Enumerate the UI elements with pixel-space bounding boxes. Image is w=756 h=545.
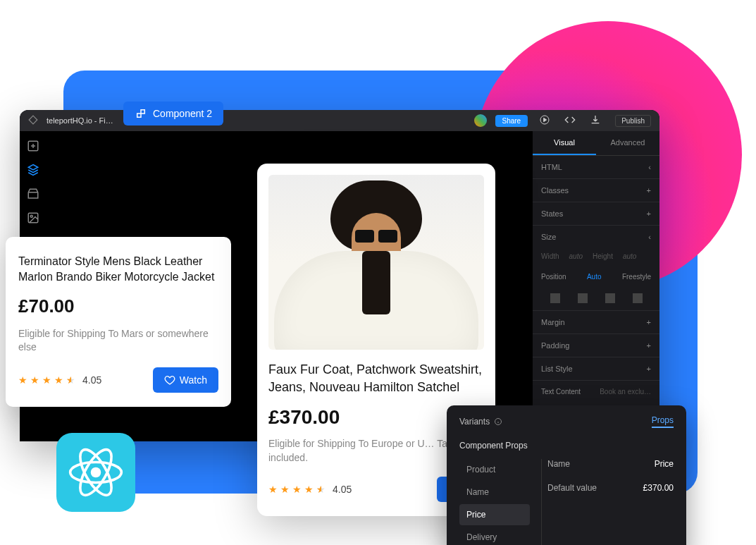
star-icon: ★	[292, 484, 302, 495]
star-icon: ★	[30, 374, 39, 386]
align-left-icon[interactable]	[550, 293, 560, 303]
plus-icon[interactable]: +	[647, 209, 651, 218]
watch-button[interactable]: Watch	[153, 367, 218, 393]
inspector-panel: Visual Advanced HTML ‹ Classes + States …	[533, 131, 659, 441]
star-icon: ★	[42, 374, 51, 386]
code-icon[interactable]	[562, 114, 578, 127]
tab-visual[interactable]: Visual	[533, 131, 596, 155]
align-center-icon[interactable]	[578, 293, 588, 303]
star-icon: ★	[54, 374, 63, 386]
tab-props[interactable]: Props	[652, 415, 674, 428]
star-half-icon: ★	[66, 374, 75, 386]
prop-item-name[interactable]: Name	[459, 482, 530, 503]
chevron-left-icon: ‹	[648, 233, 651, 241]
rating-value: 4.05	[333, 484, 352, 495]
props-panel: Variants Props Component Props Product N…	[447, 405, 686, 545]
publish-button[interactable]: Publish	[615, 115, 651, 127]
product-name: Terminator Style Mens Black Leather Marl…	[18, 254, 218, 286]
project-title[interactable]: teleportHQ.io - Fi…	[47, 116, 113, 125]
plus-icon[interactable]: +	[647, 365, 651, 373]
product-price: £70.00	[18, 295, 218, 317]
section-position: Position Auto Freestyle	[533, 267, 659, 286]
section-padding[interactable]: Padding +	[533, 334, 659, 357]
section-classes[interactable]: Classes +	[533, 179, 659, 202]
assets-icon[interactable]	[27, 188, 39, 202]
width-value[interactable]: auto	[569, 252, 583, 260]
product-image	[268, 175, 484, 350]
share-button[interactable]: Share	[495, 115, 528, 127]
field-name-value[interactable]: Price	[655, 459, 674, 469]
app-logo-icon	[28, 115, 38, 126]
position-freestyle[interactable]: Freestyle	[622, 273, 651, 281]
tab-advanced[interactable]: Advanced	[596, 131, 659, 155]
align-row	[533, 286, 659, 311]
product-card-left: Terminator Style Mens Black Leather Marl…	[6, 237, 231, 407]
star-icon: ★	[280, 484, 290, 495]
align-justify-icon[interactable]	[633, 293, 643, 303]
svg-point-3	[30, 215, 32, 217]
props-list: Product Name Price Delivery	[459, 459, 530, 545]
section-html[interactable]: HTML ‹	[533, 156, 659, 179]
star-icon: ★	[304, 484, 314, 495]
field-name-label: Name	[547, 459, 570, 469]
image-icon[interactable]	[27, 212, 39, 226]
plus-icon[interactable]: +	[647, 186, 651, 195]
titlebar: teleportHQ.io - Fi… − 38% + Share Publis…	[20, 110, 659, 131]
heart-icon	[164, 374, 175, 386]
prop-item-price[interactable]: Price	[459, 504, 530, 525]
avatar[interactable]	[474, 114, 487, 127]
section-size[interactable]: Size ‹	[533, 226, 659, 248]
product-name: Faux Fur Coat, Patchwork Sweatshirt, Jea…	[268, 361, 484, 396]
info-icon	[494, 417, 502, 426]
rating-stars: ★ ★ ★ ★ ★ 4.05	[18, 374, 101, 386]
plus-icon[interactable]: +	[647, 341, 651, 350]
download-icon[interactable]	[587, 114, 604, 127]
section-states[interactable]: States +	[533, 202, 659, 226]
prop-item-product[interactable]: Product	[459, 459, 530, 480]
plus-icon[interactable]: +	[647, 318, 651, 326]
align-right-icon[interactable]	[605, 293, 615, 303]
component-icon	[135, 107, 147, 120]
prop-item-delivery[interactable]: Delivery	[459, 527, 530, 545]
component-chip[interactable]: Component 2	[123, 102, 223, 125]
component-chip-label: Component 2	[153, 108, 212, 119]
play-icon[interactable]	[536, 114, 553, 127]
react-icon	[68, 444, 124, 501]
section-list-style[interactable]: List Style +	[533, 357, 659, 381]
svg-point-5	[91, 467, 101, 478]
field-default-value[interactable]: £370.00	[643, 483, 674, 493]
chevron-left-icon: ‹	[648, 163, 651, 171]
height-value[interactable]: auto	[623, 252, 636, 260]
add-icon[interactable]	[27, 140, 39, 154]
star-icon: ★	[18, 374, 27, 386]
position-auto[interactable]: Auto	[587, 273, 602, 281]
section-text-content[interactable]: Text Content Book an exclu…	[533, 381, 659, 403]
rating-value: 4.05	[82, 374, 101, 386]
star-half-icon: ★	[316, 484, 326, 495]
size-values: Width auto Height auto	[533, 248, 659, 267]
tab-variants[interactable]: Variants	[459, 417, 502, 427]
layers-icon[interactable]	[27, 164, 39, 178]
star-icon: ★	[268, 484, 278, 495]
section-margin[interactable]: Margin +	[533, 311, 659, 334]
field-default-label: Default value	[547, 483, 597, 493]
shipping-text: Eligible for Shipping To Mars or somewhe…	[18, 327, 218, 355]
rating-stars: ★ ★ ★ ★ ★ 4.05	[268, 484, 352, 495]
react-logo-chip	[56, 433, 135, 512]
props-heading: Component Props	[447, 435, 686, 459]
